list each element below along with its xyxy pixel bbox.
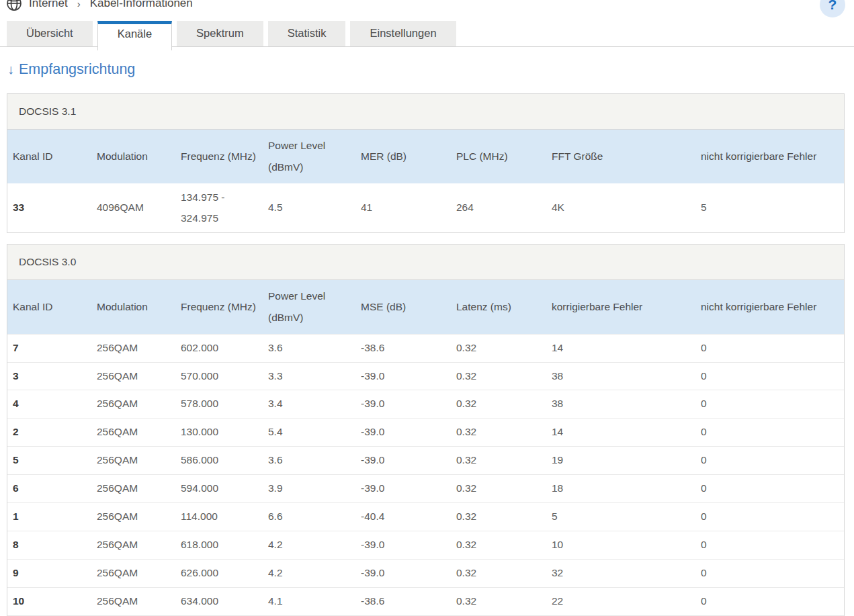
- page: { "colors": { "accent_blue": "#1c74bd", …: [0, 0, 854, 616]
- table-cell: 32: [546, 559, 695, 587]
- column-header: korrigierbare Fehler: [546, 280, 695, 334]
- table-cell: -39.0: [355, 447, 451, 475]
- tab-einstellungen[interactable]: Einstellungen: [350, 21, 456, 46]
- table-cell: 256QAM: [91, 419, 175, 447]
- table-row: 2256QAM130.0005.4-39.00.32140: [7, 419, 844, 447]
- table-cell: 594.000: [175, 475, 263, 503]
- table-cell: 3: [7, 362, 91, 390]
- column-header: FFT Größe: [546, 130, 695, 183]
- tab-uebersicht[interactable]: Übersicht: [7, 21, 93, 46]
- table-cell: 5: [546, 503, 695, 531]
- tab-kanaele[interactable]: Kanäle: [97, 21, 172, 50]
- breadcrumb-separator-icon: ›: [75, 0, 83, 9]
- table-cell: 3.6: [263, 334, 355, 362]
- docsis30-table: Kanal IDModulationFrequenz (MHz)Power Le…: [7, 280, 844, 616]
- table-cell: 3.4: [263, 390, 355, 419]
- table-cell: 134.975 - 324.975: [175, 183, 263, 233]
- column-header: nicht korrigierbare Fehler: [695, 280, 844, 334]
- table-cell: 0: [695, 419, 844, 447]
- table-cell: 41: [355, 183, 451, 233]
- table-caption: DOCSIS 3.1: [7, 94, 844, 130]
- table-cell: 4.2: [263, 531, 355, 560]
- breadcrumb-section[interactable]: Internet: [29, 0, 68, 10]
- table-cell: 5.4: [263, 419, 355, 447]
- table-row: 10256QAM634.0004.1-38.60.32220: [7, 587, 844, 615]
- table-cell: 0.32: [451, 334, 546, 362]
- table-cell: 0.32: [451, 503, 546, 531]
- table-cell: -39.0: [355, 559, 451, 587]
- column-header: PLC (MHz): [451, 130, 546, 183]
- table-cell: 14: [546, 419, 695, 447]
- column-header: MSE (dB): [355, 280, 451, 334]
- column-header: Frequenz (MHz): [175, 130, 263, 183]
- globe-icon: [6, 0, 22, 11]
- table-cell: 0.32: [451, 362, 546, 390]
- section-heading-label: Empfangsrichtung: [19, 61, 135, 78]
- table-cell: 0: [695, 334, 844, 362]
- table-row: 9256QAM626.0004.2-39.00.32320: [7, 559, 844, 587]
- table-cell: 0.32: [451, 475, 546, 503]
- table-row: 6256QAM594.0003.9-39.00.32180: [7, 475, 844, 503]
- table-row: 4256QAM578.0003.4-39.00.32380: [7, 390, 844, 419]
- tab-statistik[interactable]: Statistik: [268, 21, 346, 46]
- docsis31-table: Kanal IDModulationFrequenz (MHz)Power Le…: [7, 130, 844, 232]
- table-cell: 5: [695, 183, 844, 233]
- tab-spektrum[interactable]: Spektrum: [177, 21, 263, 46]
- table-cell: -38.6: [355, 334, 451, 362]
- section-heading: ↓ Empfangsrichtung: [7, 61, 854, 78]
- table-cell: 586.000: [175, 447, 263, 475]
- table-cell: 4.1: [263, 587, 355, 615]
- column-header: MER (dB): [355, 130, 451, 183]
- table-cell: 256QAM: [91, 531, 175, 560]
- table-cell: 3.9: [263, 475, 355, 503]
- table-cell: -38.6: [355, 587, 451, 615]
- table-row: 334096QAM134.975 - 324.9754.5412644K5: [7, 183, 844, 233]
- table-header-row: Kanal IDModulationFrequenz (MHz)Power Le…: [7, 130, 844, 183]
- table-cell: -39.0: [355, 531, 451, 560]
- table-cell: 256QAM: [91, 390, 175, 419]
- question-mark-icon: ?: [828, 0, 837, 13]
- table-cell: 0: [695, 362, 844, 390]
- table-cell: 0: [695, 475, 844, 503]
- table-cell: 0: [695, 587, 844, 615]
- table-cell: 0.32: [451, 531, 546, 560]
- table-cell: 578.000: [175, 390, 263, 419]
- table-caption: DOCSIS 3.0: [7, 245, 844, 280]
- table-cell: 264: [451, 183, 546, 233]
- table-cell: 38: [546, 390, 695, 419]
- table-row: 8256QAM618.0004.2-39.00.32100: [7, 531, 844, 560]
- table-cell: 0: [695, 559, 844, 587]
- table-cell: 14: [546, 334, 695, 362]
- table-cell: 7: [7, 334, 91, 362]
- table-cell: -39.0: [355, 475, 451, 503]
- column-header: Frequenz (MHz): [175, 280, 263, 334]
- table-cell: 19: [546, 447, 695, 475]
- table-cell: 6.6: [263, 503, 355, 531]
- table-cell: 256QAM: [91, 475, 175, 503]
- column-header: Modulation: [91, 280, 175, 334]
- breadcrumb-page: Kabel-Informationen: [90, 0, 193, 10]
- table-cell: -39.0: [355, 419, 451, 447]
- table-cell: 0: [695, 390, 844, 419]
- table-cell: 618.000: [175, 531, 263, 560]
- column-header: Power Level (dBmV): [263, 130, 355, 183]
- table-cell: 256QAM: [91, 559, 175, 587]
- help-button[interactable]: ?: [820, 0, 845, 17]
- table-cell: 33: [7, 183, 91, 233]
- table-cell: 0.32: [451, 587, 546, 615]
- table-cell: 570.000: [175, 362, 263, 390]
- column-header: Power Level (dBmV): [263, 280, 355, 334]
- table-cell: 4.5: [263, 183, 355, 233]
- table-cell: 4.2: [263, 559, 355, 587]
- column-header: Modulation: [91, 130, 175, 183]
- table-cell: 5: [7, 447, 91, 475]
- table-row: 1256QAM114.0006.6-40.40.3250: [7, 503, 844, 531]
- table-row: 3256QAM570.0003.3-39.00.32380: [7, 362, 844, 390]
- table-cell: 8: [7, 531, 91, 560]
- table-cell: 10: [546, 531, 695, 560]
- column-header: Latenz (ms): [451, 280, 546, 334]
- arrow-down-icon: ↓: [7, 62, 14, 77]
- table-cell: 22: [546, 587, 695, 615]
- table-cell: 1: [7, 503, 91, 531]
- table-cell: 602.000: [175, 334, 263, 362]
